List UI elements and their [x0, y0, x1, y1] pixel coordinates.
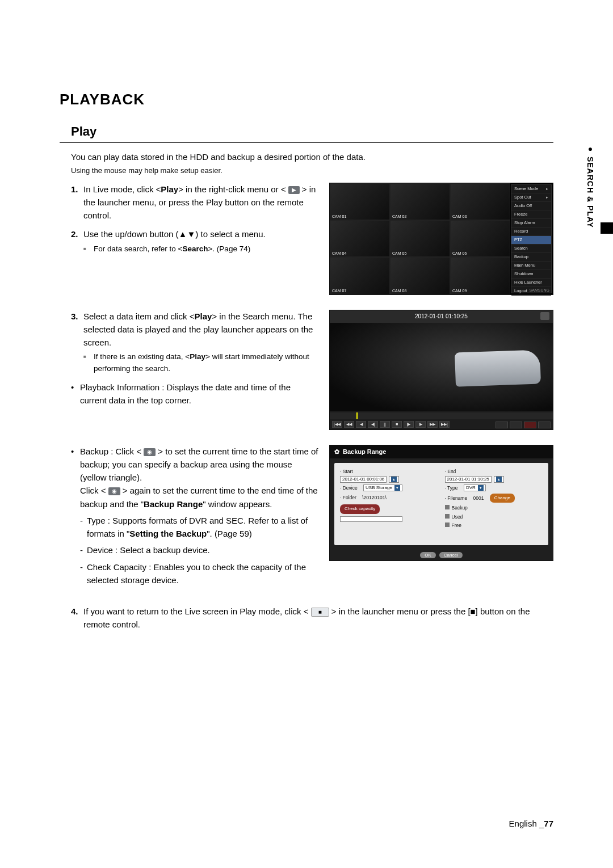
start-label: · Start: [340, 467, 438, 476]
play-button[interactable]: ▶: [415, 421, 426, 428]
menu-item[interactable]: Record: [511, 227, 551, 236]
device-label: · Device: [340, 484, 358, 492]
step-back-button[interactable]: ◀|: [368, 421, 378, 428]
menu-item[interactable]: Audio Off: [511, 202, 551, 210]
step-4: 4. If you want to return to the Live scr…: [71, 605, 553, 631]
start-time-input[interactable]: 2012-01-01 00:01:06: [340, 476, 387, 483]
fast-forward-button[interactable]: ▶▶: [427, 421, 438, 428]
filename-label: · Filename: [445, 494, 468, 503]
dialog-title: Backup Range: [343, 448, 386, 455]
chevron-down-icon: ▾: [394, 485, 400, 491]
play-icon: ▶: [288, 186, 300, 194]
scene-object: [455, 349, 541, 386]
menu-item-selected[interactable]: PTZ: [511, 236, 551, 245]
folder-label: · Folder: [340, 494, 356, 502]
legend-swatch: [445, 505, 450, 509]
change-button[interactable]: Change: [490, 494, 515, 503]
gear-icon: ✿: [334, 448, 339, 456]
chevron-down-icon: ▾: [478, 485, 484, 491]
step-forward-button[interactable]: |▶: [404, 421, 414, 428]
cam-label: CAM 08: [392, 289, 406, 293]
section-heading: Play: [71, 124, 553, 139]
page-footer: English _77: [509, 819, 553, 828]
reverse-play-button[interactable]: ◀: [356, 421, 366, 428]
dash-capacity: Check Capacity : Enables you to check th…: [80, 561, 319, 587]
bullet-icon: ●: [586, 144, 595, 154]
cam-label: CAM 05: [392, 251, 406, 255]
step-1: 1. In Live mode, click <Play> in the rig…: [71, 183, 319, 222]
backup-button[interactable]: [538, 422, 551, 428]
step-3: 3. Select a data item and click <Play> i…: [71, 310, 319, 376]
playback-timeline[interactable]: [330, 412, 553, 419]
audio-button[interactable]: [510, 422, 522, 428]
end-time-input[interactable]: 2012-01-01 01:10:25: [445, 476, 492, 483]
bullet-playback-info: Playback Information : Displays the date…: [71, 381, 319, 407]
folder-value: \20120101\: [362, 494, 387, 502]
backup-icon: ◉: [144, 448, 156, 456]
device-dropdown[interactable]: USB Storage▾: [363, 484, 402, 491]
step-3-note: If there is an existing data, <Play> wil…: [83, 351, 319, 375]
menu-item[interactable]: Freeze: [511, 210, 551, 219]
zoom-button[interactable]: [496, 422, 508, 428]
ok-button[interactable]: OK: [420, 552, 436, 558]
pause-button[interactable]: ||: [380, 421, 390, 428]
side-tab: ● SEARCH & PLAY: [586, 144, 595, 228]
cam-label: CAM 06: [452, 251, 467, 255]
menu-item[interactable]: Backup: [511, 253, 551, 262]
cam-label: CAM 09: [452, 289, 467, 293]
type-label: · Type: [445, 484, 458, 492]
menu-item[interactable]: Shutdown: [511, 270, 551, 279]
menu-item[interactable]: Main Menu: [511, 262, 551, 270]
cam-label: CAM 01: [332, 214, 346, 218]
cam-label: CAM 02: [392, 214, 406, 218]
legend-free: Free: [452, 523, 461, 528]
menu-item[interactable]: Stop Alarm: [511, 219, 551, 227]
cancel-button[interactable]: Cancel: [439, 552, 463, 558]
type-dropdown[interactable]: DVR▾: [464, 484, 486, 491]
screenshot-backup-range: ✿ Backup Range · Start 2012-01-01 00:01:…: [329, 445, 553, 561]
capacity-bar: [340, 516, 402, 522]
skip-end-button[interactable]: ▶▶|: [439, 421, 450, 428]
user-icon[interactable]: [540, 312, 549, 320]
stop-icon: ■: [311, 608, 329, 617]
step-2-note: For data search, refer to <Search>. (Pag…: [83, 243, 319, 255]
playback-timestamp: 2012-01-01 01:10:25: [415, 313, 468, 319]
skip-start-button[interactable]: |◀◀: [332, 421, 342, 428]
chevron-right-icon: ▸: [546, 195, 548, 200]
legend-backup: Backup: [452, 505, 468, 511]
footer-language: English: [509, 819, 537, 828]
menu-item[interactable]: Search: [511, 245, 551, 253]
stop-button[interactable]: ■: [392, 421, 402, 428]
dash-type: Type : Supports formats of DVR and SEC. …: [80, 514, 319, 541]
cam-label: CAM 07: [332, 289, 346, 293]
time-spinner[interactable]: ▴: [494, 476, 504, 483]
timeline-marker[interactable]: [356, 412, 358, 419]
filename-value: 0001: [473, 494, 484, 503]
menu-item[interactable]: Scene Mode▸: [511, 185, 551, 193]
screenshot-playback: 2012-01-01 01:10:25 |◀: [329, 310, 553, 430]
divider: [60, 142, 553, 143]
step-2: 2. Use the up/down button (▲▼) to select…: [71, 227, 319, 255]
legend-swatch: [445, 514, 450, 519]
record-button[interactable]: [524, 422, 536, 428]
check-capacity-button[interactable]: Check capacity: [340, 504, 380, 513]
side-marker: [601, 222, 613, 234]
legend-swatch: [445, 523, 450, 527]
page-number: 77: [544, 819, 553, 828]
end-label: · End: [445, 467, 543, 476]
page-title: PLAYBACK: [60, 91, 553, 108]
context-menu: Scene Mode▸ Spot Out▸ Audio Off Freeze S…: [511, 184, 552, 293]
menu-item[interactable]: Spot Out▸: [511, 193, 551, 202]
playback-viewport: [330, 323, 553, 411]
screenshot-live-context-menu: 2012-01-01 01:10:25 CAM 01 CAM 02 CAM 03…: [329, 183, 553, 295]
cam-label: CAM 03: [452, 214, 467, 218]
brand-label: SAMSUNG: [530, 288, 549, 292]
legend-used: Used: [452, 514, 463, 520]
dash-device: Device : Select a backup device.: [80, 543, 319, 557]
side-tab-label: SEARCH & PLAY: [586, 157, 595, 228]
rewind-button[interactable]: ◀◀: [344, 421, 354, 428]
backup-icon: ◉: [108, 487, 120, 495]
hint-text: Using the mouse may help make setup easi…: [71, 166, 553, 175]
menu-item[interactable]: Hide Launcher: [511, 279, 551, 287]
time-spinner[interactable]: ▴: [389, 476, 399, 483]
